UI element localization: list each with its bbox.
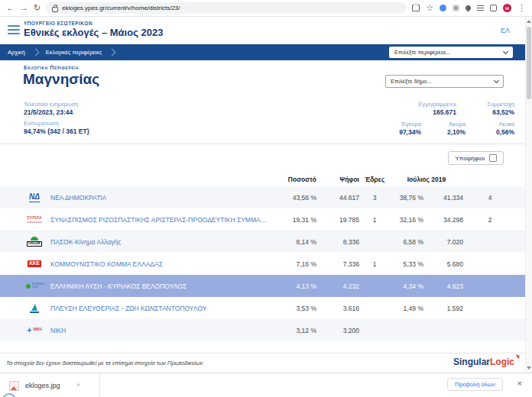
party-result-row[interactable]: ΕΛΛΗΝΙΚΗ ΛΥΣΗ ΕΛΛΗΝΙΚΗ ΛΥΣΗ - ΚΥΡΙΑΚΟΣ Β… <box>0 275 525 297</box>
close-shelf-icon[interactable]: × <box>517 379 522 388</box>
party-percent: 3,53 % <box>271 305 316 312</box>
district-label: Εκλογικη Περιφερεια <box>24 65 79 70</box>
reload-icon[interactable]: ↻ <box>34 4 41 12</box>
bookmark-star-icon[interactable]: ☆ <box>426 4 433 12</box>
party-result-row[interactable]: ΠΛΕΥΣΗ ΕΛΕΥΘΕΡΙΑΣ - ΖΩΗ ΚΩΝΣΤΑΝΤΟΠΟΥΛΟΥ … <box>0 297 525 319</box>
download-shelf: ekloges.jpg ^ Προβολή όλων × <box>0 373 532 397</box>
party-votes: 8.336 <box>316 238 359 246</box>
party-votes-2019: 1.592 <box>423 305 463 312</box>
municipality-select[interactable]: Επιλέξτε δήμο... <box>385 75 504 88</box>
party-percent-2019: 38,76 % <box>390 194 423 202</box>
region-select-value: Επιλέξτε περιφέρεια... <box>394 49 450 56</box>
party-name[interactable]: ΣΥΝΑΣΠΙΣΜΟΣ ΡΙΖΟΣΠΑΣΤΙΚΗΣ ΑΡΙΣΤΕΡΑΣ-ΠΡΟΟ… <box>50 216 271 224</box>
kke-party-logo-icon: ΚΚΕ <box>24 256 44 273</box>
profile-avatar[interactable]: H <box>503 4 511 12</box>
reading-list-icon[interactable] <box>477 5 484 11</box>
browser-toolbar: ← → ↻ ekloges.ypes.gr/current/v/home/dis… <box>0 0 532 17</box>
participation-label: Συμμετοχή <box>466 101 514 108</box>
view-all-downloads-button[interactable]: Προβολή όλων <box>447 378 503 391</box>
party-name[interactable]: ΝΕΑ ΔΗΜΟΚΡΑΤΙΑ <box>50 194 106 202</box>
party-votes: 19.785 <box>316 216 359 224</box>
extension-icon-gray[interactable] <box>453 5 459 11</box>
party-votes-2019: 34.298 <box>423 216 463 224</box>
last-update-value: 21/5/2023, 23:44 <box>24 108 89 116</box>
breadcrumb-districts[interactable]: Εκλογικές περιφέρειες <box>46 49 102 56</box>
party-result-row[interactable]: ΣΥΡΙΖΑ ΣΥΝΑΣΠΙΣΜΟΣ ΡΙΖΟΣΠΑΣΤΙΚΗΣ ΑΡΙΣΤΕΡ… <box>0 208 525 231</box>
page-title: Εθνικές εκλογές – Μάιος 2023 <box>24 27 163 38</box>
candidates-checkbox[interactable] <box>489 154 497 162</box>
participation-stats: Εγγεγραμμένοι 165.671 Συμμετοχή 63,52% <box>395 101 514 116</box>
page-scrollbar[interactable] <box>525 17 532 373</box>
download-item[interactable]: ekloges.jpg ^ <box>9 378 79 393</box>
page-content: ΥΠΟΥΡΓΕΙΟ ΕΣΩΤΕΡΙΚΩΝ Εθνικές εκλογές – Μ… <box>0 17 525 373</box>
municipality-select-value: Επιλέξτε δήμο... <box>391 78 432 85</box>
party-percent-2019: 32,16 % <box>390 216 423 224</box>
results-table-header: Ποσοστό Ψήφοι Έδρες Ιούλιος 2019 <box>0 173 525 186</box>
brand-secondary: Logic <box>490 357 514 367</box>
candidates-toggle-button[interactable]: Υποψήφιοι <box>448 151 504 165</box>
page-footer: Τα στοιχεία δεν έχουν διασταυρωθεί με τα… <box>0 353 525 373</box>
participation-value: 63,52% <box>466 108 514 116</box>
breadcrumb-home[interactable]: Αρχική <box>8 49 25 56</box>
blank-value: 0,56% <box>472 128 514 136</box>
invalid-label: Άκυρα <box>427 121 466 127</box>
party-percent: 8,14 % <box>271 238 316 246</box>
update-stats: Τελευταία ενημέρωση 21/5/2023, 23:44 Ενσ… <box>24 101 89 135</box>
invalid-value: 2,10% <box>427 128 466 136</box>
party-votes-2019: 4.623 <box>423 282 463 290</box>
party-result-row[interactable]: ΝΔ ΝΕΑ ΔΗΜΟΚΡΑΤΙΑ 43,56 % 44.617 3 38,76… <box>0 186 525 208</box>
menu-dots-icon[interactable]: ⋮ <box>517 4 526 12</box>
party-percent-2019: 1,49 % <box>390 305 423 312</box>
district-name: Μαγνησίας <box>23 71 99 88</box>
language-switch[interactable]: ΕΛ <box>501 27 510 34</box>
party-seats-2019: 2 <box>463 216 517 224</box>
scroll-up-icon[interactable] <box>527 20 531 23</box>
scroll-down-icon[interactable] <box>527 366 531 370</box>
header-july-2019: Ιούλιος 2019 <box>390 176 463 183</box>
party-name[interactable]: ΕΛΛΗΝΙΚΗ ΛΥΣΗ - ΚΥΡΙΑΚΟΣ ΒΕΛΟΠΟΥΛΟΣ <box>50 282 187 290</box>
extension-pin-icon[interactable] <box>465 5 472 12</box>
party-name[interactable]: ΚΟΜΜΟΥΝΙΣΤΙΚΟ ΚΟΜΜΑ ΕΛΛΑΔΑΣ <box>50 260 163 268</box>
download-filename: ekloges.jpg <box>25 382 60 389</box>
back-icon[interactable]: ← <box>6 4 15 12</box>
party-percent: 4,13 % <box>271 282 316 290</box>
party-votes: 3.200 <box>316 327 359 334</box>
chevron-right-icon <box>109 49 116 56</box>
party-result-row[interactable]: ΚΚΕ ΚΟΜΜΟΥΝΙΣΤΙΚΟ ΚΟΜΜΑ ΕΛΛΑΔΑΣ 7,16 % 7… <box>0 253 525 275</box>
pasok-party-logo-icon: ΠΑΣΟΚ <box>24 234 44 250</box>
party-name[interactable]: ΠΛΕΥΣΗ ΕΛΕΥΘΕΡΙΑΣ - ΖΩΗ ΚΩΝΣΤΑΝΤΟΠΟΥΛΟΥ <box>50 305 206 312</box>
breadcrumb: Αρχική Εκλογικές περιφέρειες Επιλέξτε πε… <box>0 44 525 60</box>
region-select[interactable]: Επιλέξτε περιφέρεια... <box>389 47 513 58</box>
address-bar[interactable]: ekloges.ypes.gr/current/v/home/districts… <box>46 2 407 14</box>
share-icon[interactable] <box>412 5 420 11</box>
site-header: ΥΠΟΥΡΓΕΙΟ ΕΣΩΤΕΡΙΚΩΝ Εθνικές εκλογές – Μ… <box>0 17 525 45</box>
party-seats-2019: 4 <box>463 194 517 202</box>
download-caret-icon[interactable]: ^ <box>77 382 80 388</box>
party-votes: 3.616 <box>316 305 359 312</box>
nd-party-logo-icon: ΝΔ <box>24 189 44 206</box>
extension-icon-blue[interactable] <box>440 5 446 11</box>
scrollbar-thumb[interactable] <box>527 27 531 99</box>
blank-label: Λευκά <box>472 121 514 127</box>
singularlogic-logo[interactable]: SingularLogic <box>453 357 514 367</box>
party-result-row[interactable]: ΠΑΣΟΚ ΠΑΣΟΚ-Κίνημα Αλλαγής 8,14 % 8.336 … <box>0 231 525 253</box>
party-name[interactable]: ΝΙΚΗ <box>50 327 66 334</box>
candidates-toggle-label: Υποψήφιοι <box>455 155 485 162</box>
hamburger-menu-icon[interactable] <box>8 25 20 34</box>
header-seats: Έδρες <box>359 176 390 183</box>
toolbar-actions: ☆ H ⋮ <box>412 4 526 12</box>
party-name[interactable]: ΠΑΣΟΚ-Κίνημα Αλλαγής <box>50 238 121 246</box>
chevron-right-icon <box>31 49 39 56</box>
party-votes: 4.232 <box>316 282 359 290</box>
party-votes-2019: 41.334 <box>423 194 463 202</box>
registered-value: 165.671 <box>395 108 456 116</box>
chevron-down-icon <box>503 49 508 54</box>
party-seats: 3 <box>359 194 390 202</box>
side-panel-icon[interactable] <box>490 5 497 11</box>
party-percent: 3,12 % <box>271 327 316 334</box>
party-result-row[interactable]: ΝΙΚΗ ΝΙΚΗ 3,12 % 3.200 <box>0 319 525 341</box>
party-percent-2019: 4,34 % <box>390 282 423 290</box>
party-percent: 19,31 % <box>271 216 316 224</box>
forward-icon[interactable]: → <box>20 4 28 12</box>
registered-label: Εγγεγραμμένοι <box>395 101 456 108</box>
